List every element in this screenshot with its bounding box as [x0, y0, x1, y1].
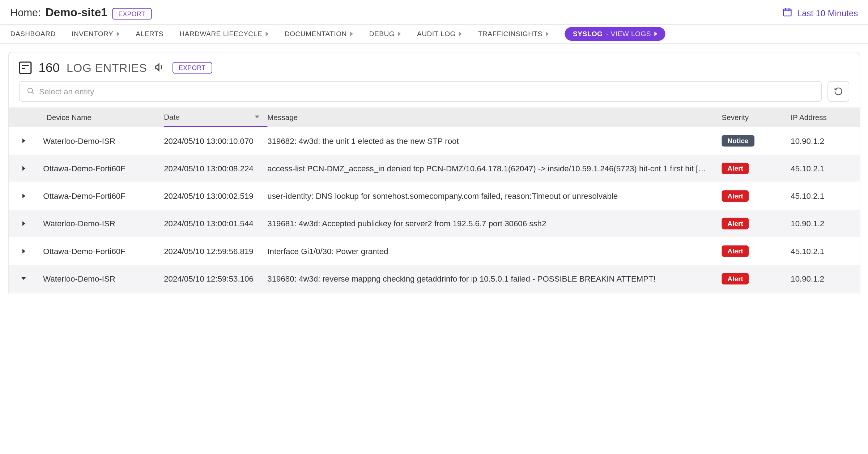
severity-badge: Alert [722, 162, 749, 174]
cell-message: access-list PCN-DMZ_access_in denied tcp… [267, 163, 722, 172]
panel-header: 160 LOG ENTRIES EXPORT [9, 52, 860, 81]
cell-message: 319682: 4w3d: the unit 1 elected as the … [267, 136, 722, 145]
cell-date: 2024/05/10 12:59:53.106 [164, 274, 267, 283]
chevron-right-icon [654, 31, 657, 36]
refresh-icon [834, 87, 843, 96]
cell-device: Ottawa-Demo-Forti60F [43, 246, 164, 255]
table-row[interactable]: Waterloo-Demo-ISR 2024/05/10 12:59:53.10… [9, 265, 860, 292]
table-row[interactable]: Ottawa-Demo-Forti60F 2024/05/10 12:59:56… [9, 237, 860, 265]
cell-device: Waterloo-Demo-ISR [43, 274, 164, 283]
tab-syslog[interactable]: SYSLOG - VIEW LOGS [565, 27, 665, 41]
caret-right-icon [22, 221, 25, 226]
severity-badge: Notice [722, 135, 754, 146]
severity-badge: Alert [722, 190, 749, 201]
col-device[interactable]: Device Name [43, 113, 164, 121]
chevron-right-icon [398, 31, 401, 36]
cell-severity: Alert [722, 190, 791, 201]
expand-toggle[interactable] [9, 277, 43, 280]
chevron-right-icon [117, 31, 120, 36]
table-row[interactable]: Waterloo-Demo-ISR 2024/05/10 13:00:01.54… [9, 210, 860, 237]
refresh-button[interactable] [827, 81, 849, 102]
cell-date: 2024/05/10 12:59:56.819 [164, 246, 267, 255]
tab-documentation[interactable]: DOCUMENTATION [285, 30, 353, 38]
cell-severity: Alert [722, 162, 791, 174]
cell-device: Ottawa-Demo-Forti60F [43, 191, 164, 200]
log-icon [19, 61, 31, 74]
cell-message: Interface Gi1/0/30: Power granted [267, 246, 722, 255]
expand-toggle[interactable] [9, 138, 43, 143]
entity-search[interactable] [19, 81, 822, 102]
expand-toggle[interactable] [9, 249, 43, 253]
col-message[interactable]: Message [267, 113, 722, 121]
calendar-icon [782, 7, 793, 18]
cell-ip: 45.10.2.1 [791, 246, 860, 255]
search-icon [26, 86, 34, 96]
tab-nav: DASHBOARD INVENTORY ALERTS HARDWARE LIFE… [0, 24, 868, 44]
breadcrumb-site: Demo-site1 [46, 6, 107, 19]
severity-badge: Alert [722, 218, 749, 229]
caret-down-icon [21, 277, 26, 280]
cell-device: Waterloo-Demo-ISR [43, 219, 164, 228]
tab-dashboard[interactable]: DASHBOARD [10, 30, 56, 38]
megaphone-icon[interactable] [154, 61, 166, 74]
cell-message: 319680: 4w3d: reverse mappng checking ge… [267, 274, 722, 283]
expand-toggle[interactable] [9, 193, 43, 198]
cell-date: 2024/05/10 13:00:10.070 [164, 136, 267, 145]
export-button-top[interactable]: EXPORT [112, 8, 152, 20]
tab-audit-log[interactable]: AUDIT LOG [417, 30, 462, 38]
table-row[interactable]: Ottawa-Demo-Forti60F 2024/05/10 13:00:08… [9, 155, 860, 182]
cell-date: 2024/05/10 13:00:01.544 [164, 219, 267, 228]
table-row[interactable]: Ottawa-Demo-Forti60F 2024/05/10 13:00:02… [9, 182, 860, 210]
log-panel: 160 LOG ENTRIES EXPORT Device Name Date … [8, 52, 860, 294]
time-range-label: Last 10 Minutes [797, 8, 858, 17]
table-header: Device Name Date Message Severity IP Add… [9, 107, 860, 127]
cell-severity: Alert [722, 218, 791, 229]
col-date[interactable]: Date [164, 107, 267, 127]
caret-right-icon [22, 249, 25, 253]
cell-device: Ottawa-Demo-Forti60F [43, 163, 164, 172]
entity-search-input[interactable] [39, 87, 814, 96]
cell-ip: 10.90.1.2 [791, 136, 860, 145]
caret-right-icon [22, 193, 25, 198]
tab-alerts[interactable]: ALERTS [136, 30, 163, 38]
row-detail: Device NameWaterloo-Demo-ISR Event TS202… [9, 292, 860, 294]
export-button-panel[interactable]: EXPORT [173, 62, 212, 74]
cell-device: Waterloo-Demo-ISR [43, 136, 164, 145]
breadcrumb: Home: Demo-site1 EXPORT [10, 6, 152, 20]
chevron-right-icon [459, 31, 462, 36]
sort-desc-icon [255, 115, 259, 118]
cell-severity: Alert [722, 273, 791, 284]
col-ip[interactable]: IP Address [791, 113, 860, 121]
cell-ip: 10.90.1.2 [791, 274, 860, 283]
breadcrumb-home[interactable]: Home: [10, 7, 41, 19]
svg-rect-0 [783, 9, 791, 16]
chevron-right-icon [546, 31, 549, 36]
cell-date: 2024/05/10 13:00:08.224 [164, 163, 267, 172]
chevron-right-icon [265, 31, 268, 36]
tab-debug[interactable]: DEBUG [369, 30, 401, 38]
table-row[interactable]: Waterloo-Demo-ISR 2024/05/10 13:00:10.07… [9, 127, 860, 154]
cell-severity: Notice [722, 135, 791, 146]
tab-inventory[interactable]: INVENTORY [72, 30, 119, 38]
cell-message: user-identity: DNS lookup for somehost.s… [267, 191, 722, 200]
cell-ip: 45.10.2.1 [791, 163, 860, 172]
caret-right-icon [22, 138, 25, 143]
severity-badge: Alert [722, 273, 749, 284]
log-table: Device Name Date Message Severity IP Add… [9, 107, 860, 294]
tab-trafficinsights[interactable]: TRAFFICINSIGHTS [478, 30, 549, 38]
expand-toggle[interactable] [9, 221, 43, 226]
svg-point-1 [28, 88, 33, 93]
chevron-right-icon [350, 31, 353, 36]
caret-right-icon [22, 166, 25, 171]
col-severity[interactable]: Severity [722, 113, 791, 121]
cell-date: 2024/05/10 13:00:02.519 [164, 191, 267, 200]
topbar: Home: Demo-site1 EXPORT Last 10 Minutes [0, 0, 868, 24]
tab-hardware-lifecycle[interactable]: HARDWARE LIFECYCLE [180, 30, 269, 38]
time-range-selector[interactable]: Last 10 Minutes [782, 7, 858, 18]
log-count: 160 [39, 60, 60, 75]
cell-severity: Alert [722, 245, 791, 257]
severity-badge: Alert [722, 245, 749, 257]
expand-toggle[interactable] [9, 166, 43, 171]
log-title: LOG ENTRIES [67, 61, 147, 74]
cell-ip: 10.90.1.2 [791, 219, 860, 228]
